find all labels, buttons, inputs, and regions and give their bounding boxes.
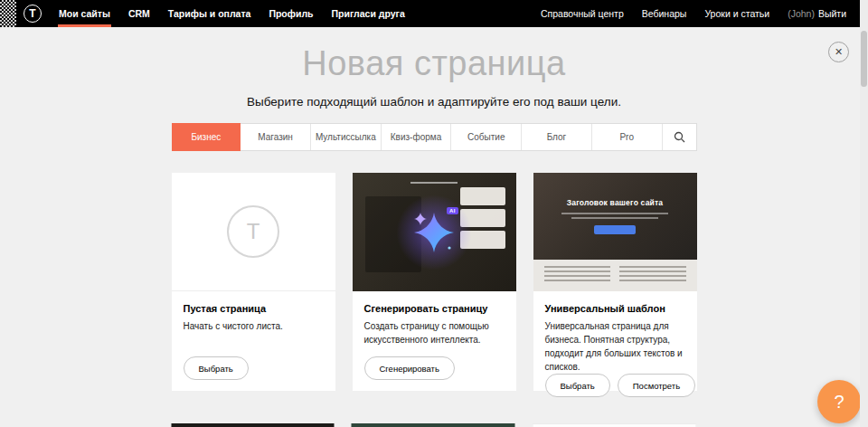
nav-invite-friend[interactable]: Пригласи друга	[323, 0, 414, 27]
tilda-logo-icon[interactable]: T	[24, 5, 42, 23]
card-description: Универсальная страница для бизнеса. Поня…	[545, 319, 685, 374]
template-preview: Заголовок вашего сайта	[533, 173, 697, 291]
topbar-nav-right: Справочный центр Вебинары Уроки и статьи…	[532, 0, 855, 27]
template-category-tabs: Бизнес Магазин Мультиссылка Квиз-форма С…	[172, 123, 697, 151]
tab-business[interactable]: Бизнес	[172, 123, 241, 151]
template-lower-section	[533, 260, 697, 291]
tab-shop[interactable]: Магазин	[241, 124, 311, 150]
decor-line	[571, 217, 658, 219]
user-name: (John)	[788, 8, 815, 19]
tab-quiz-form[interactable]: Квиз-форма	[382, 124, 452, 150]
tab-multilink[interactable]: Мультиссылка	[311, 124, 382, 150]
card-generate-ai: AI Сгенерировать страницу Создать страни…	[353, 173, 516, 391]
logout-label: Выйти	[818, 8, 846, 19]
blank-page-preview: T	[172, 173, 335, 291]
next-template-row	[172, 423, 697, 427]
nav-webinars[interactable]: Вебинары	[633, 0, 696, 27]
card-title: Пустая страница	[184, 303, 324, 314]
template-thumbnail[interactable]	[352, 423, 514, 427]
search-icon[interactable]	[663, 124, 696, 150]
choose-blank-button[interactable]: Выбрать	[184, 356, 249, 380]
card-universal-template: Заголовок вашего сайта Универсальный шаб…	[533, 173, 697, 391]
ai-preview: AI	[353, 173, 516, 291]
decor-line	[410, 182, 458, 184]
card-description: Создать страницу с помощью искусственног…	[364, 319, 505, 346]
nav-lessons-articles[interactable]: Уроки и статьи	[695, 0, 778, 27]
preview-template-button[interactable]: Посмотреть	[618, 374, 695, 397]
template-hero: Заголовок вашего сайта	[533, 173, 697, 260]
ai-sparkle-icon	[409, 207, 459, 258]
tilda-watermark-icon: T	[227, 205, 279, 258]
tab-event[interactable]: Событие	[451, 124, 522, 150]
template-thumbnail[interactable]	[532, 423, 696, 427]
page-title: Новая страница	[0, 44, 868, 83]
decor-text-column	[544, 266, 611, 285]
nav-crm[interactable]: CRM	[119, 0, 159, 27]
scrollbar-thumb[interactable]	[861, 31, 867, 87]
nav-my-sites[interactable]: Мои сайты	[50, 0, 119, 27]
close-icon[interactable]: ✕	[828, 42, 849, 62]
nav-profile[interactable]: Профиль	[259, 0, 322, 27]
card-title: Сгенерировать страницу	[364, 303, 505, 314]
template-cards-row: T Пустая страница Начать с чистого листа…	[172, 173, 697, 391]
ai-badge: AI	[447, 207, 458, 214]
page-subtitle: Выберите подходящий шаблон и адаптируйте…	[0, 95, 868, 109]
topbar: T Мои сайты CRM Тарифы и оплата Профиль …	[0, 0, 868, 27]
help-button[interactable]: ?	[817, 380, 861, 423]
generate-button[interactable]: Сгенерировать	[364, 356, 455, 380]
decor-text-column	[619, 266, 686, 285]
choose-template-button[interactable]: Выбрать	[545, 374, 610, 397]
topbar-nav-left: Мои сайты CRM Тарифы и оплата Профиль Пр…	[50, 0, 414, 27]
decor-line	[561, 213, 668, 214]
nav-help-center[interactable]: Справочный центр	[532, 0, 633, 27]
template-hero-button	[594, 225, 636, 234]
nav-plans-payment[interactable]: Тарифы и оплата	[159, 0, 260, 27]
scrollbar-track	[860, 0, 868, 427]
nav-logout[interactable]: (John) Выйти	[778, 0, 855, 27]
tilda-pattern-logo-icon	[0, 0, 16, 27]
card-title: Универсальный шаблон	[545, 303, 685, 314]
card-description: Начать с чистого листа.	[184, 319, 324, 333]
tab-pro[interactable]: Pro	[592, 124, 663, 150]
card-blank-page: T Пустая страница Начать с чистого листа…	[172, 173, 335, 391]
template-thumbnail[interactable]	[172, 423, 335, 427]
template-hero-heading: Заголовок вашего сайта	[567, 198, 664, 207]
tab-blog[interactable]: Блог	[522, 124, 592, 150]
